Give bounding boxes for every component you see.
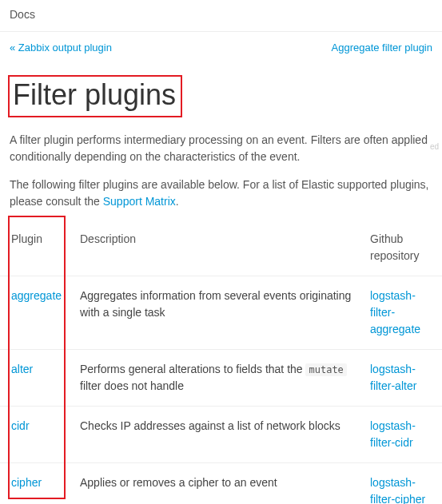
next-link[interactable]: Aggregate filter plugin (332, 40, 432, 56)
plugin-link[interactable]: alter (11, 363, 33, 375)
plugin-link[interactable]: cidr (11, 419, 30, 432)
plugin-desc: Checks IP addresses against a list of ne… (72, 406, 362, 462)
intro-paragraph: A filter plugin performs intermediary pr… (0, 124, 442, 169)
page-nav: « Zabbix output plugin Aggregate filter … (0, 32, 442, 61)
desc-pre: Performs general alterations to fields t… (80, 363, 305, 375)
plugin-link[interactable]: cipher (11, 476, 42, 489)
repo-link[interactable]: logstash-filter-aggregate (370, 289, 420, 335)
plugin-desc: Performs general alterations to fields t… (72, 349, 362, 406)
prev-caret: « (10, 42, 15, 54)
support-matrix-link[interactable]: Support Matrix (103, 195, 176, 208)
repo-link[interactable]: logstash-filter-cidr (370, 419, 416, 449)
table-row: aggregate Aggregates information from se… (0, 276, 442, 349)
page-title: Filter plugins (13, 78, 176, 111)
lead-text: The following filter plugins are availab… (10, 178, 429, 208)
prev-link[interactable]: Zabbix output plugin (18, 42, 112, 54)
col-header-repo: Github repository (362, 223, 442, 276)
desc-post: filter does not handle (80, 379, 184, 392)
lead-tail: . (176, 195, 179, 208)
code-mutate: mutate (305, 363, 346, 376)
col-header-description: Description (72, 223, 362, 276)
lead-paragraph: The following filter plugins are availab… (0, 169, 442, 213)
plugin-desc: Aggregates information from several even… (72, 276, 362, 349)
plugins-table: Plugin Description Github repository agg… (0, 223, 442, 504)
table-row: cidr Checks IP addresses against a list … (0, 406, 442, 462)
plugin-desc: Applies or removes a cipher to an event (72, 462, 362, 504)
title-highlight-box: Filter plugins (8, 75, 182, 117)
repo-link[interactable]: logstash-filter-alter (370, 363, 416, 392)
plugin-link[interactable]: aggregate (11, 289, 62, 302)
breadcrumb: Docs (0, 0, 442, 32)
table-row: alter Performs general alterations to fi… (0, 349, 442, 406)
table-row: cipher Applies or removes a cipher to an… (0, 462, 442, 504)
edit-indicator: ed (430, 141, 439, 153)
col-header-plugin: Plugin (0, 223, 72, 276)
repo-link[interactable]: logstash-filter-cipher (370, 476, 425, 504)
breadcrumb-docs[interactable]: Docs (10, 8, 35, 21)
